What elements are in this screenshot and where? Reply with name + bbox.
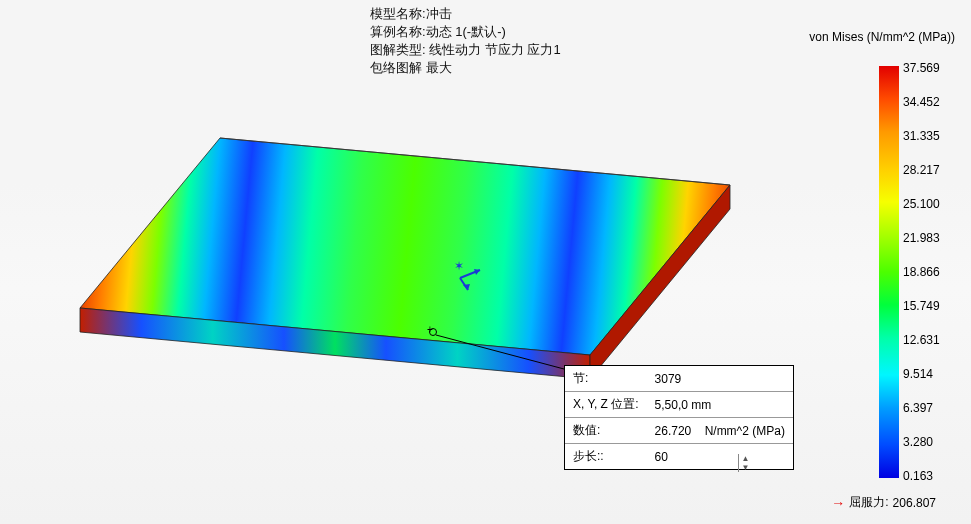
probe-xyz-value: 5,50,0 mm xyxy=(647,392,793,418)
callout-spinner[interactable]: ▲ ▼ xyxy=(738,454,752,472)
legend-tick: 15.749 xyxy=(903,300,951,312)
probe-node-value: 3079 xyxy=(647,366,793,392)
legend-tick: 28.217 xyxy=(903,164,951,176)
probe-value-label: 数值: xyxy=(565,418,647,444)
probe-value: 26.720 N/mm^2 (MPa) xyxy=(647,418,793,444)
legend-tick: 0.163 xyxy=(903,470,951,482)
legend-tick: 34.452 xyxy=(903,96,951,108)
legend-tick: 3.280 xyxy=(903,436,951,448)
probe-xyz-label: X, Y, Z 位置: xyxy=(565,392,647,418)
legend-tick: 25.100 xyxy=(903,198,951,210)
legend-title: von Mises (N/mm^2 (MPa)) xyxy=(809,30,955,44)
probe-callout-box[interactable]: 节: 3079 X, Y, Z 位置: 5,50,0 mm 数值: 26.720… xyxy=(564,365,794,470)
probe-node-label: 节: xyxy=(565,366,647,392)
arrow-right-icon: → xyxy=(831,495,845,511)
yield-strength-row: → 屈服力: 206.807 xyxy=(831,494,936,511)
legend-tick: 9.514 xyxy=(903,368,951,380)
legend-tick: 6.397 xyxy=(903,402,951,414)
graphics-viewport[interactable]: ✶ 节: 3079 X, Y, Z 位置: 5,50,0 mm 数值: 26.7… xyxy=(0,0,790,524)
probe-step-value: 60 xyxy=(647,444,793,470)
probe-point-marker[interactable] xyxy=(429,328,437,336)
probe-step-label: 步长:: xyxy=(565,444,647,470)
legend-tick-labels: 37.569 34.452 31.335 28.217 25.100 21.98… xyxy=(903,62,951,482)
chevron-up-icon[interactable]: ▲ xyxy=(742,454,750,463)
color-legend-bar[interactable] xyxy=(879,66,899,478)
chevron-down-icon[interactable]: ▼ xyxy=(742,463,750,472)
legend-tick: 31.335 xyxy=(903,130,951,142)
legend-tick: 18.866 xyxy=(903,266,951,278)
origin-triad-icon: ✶ xyxy=(446,256,486,292)
legend-tick: 12.631 xyxy=(903,334,951,346)
yield-value: 206.807 xyxy=(893,496,936,510)
legend-tick: 37.569 xyxy=(903,62,951,74)
yield-label: 屈服力: xyxy=(849,494,888,511)
svg-text:✶: ✶ xyxy=(454,259,464,273)
legend-tick: 21.983 xyxy=(903,232,951,244)
